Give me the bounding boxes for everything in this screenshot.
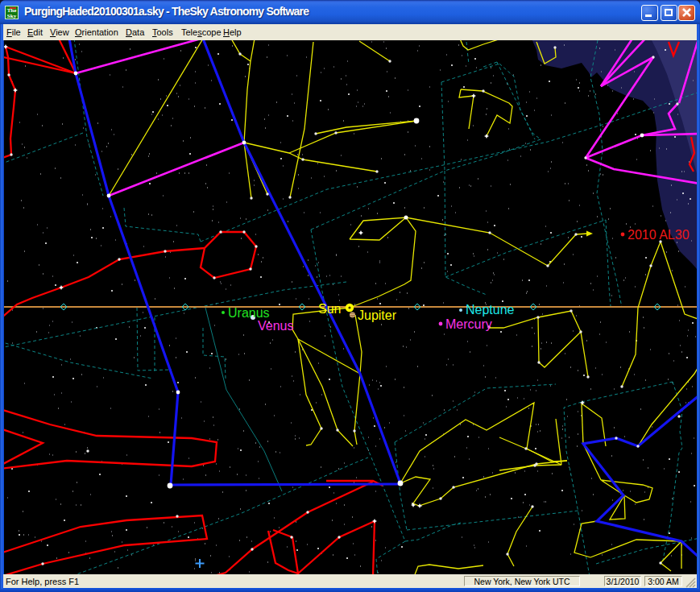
svg-text:Sun: Sun (318, 302, 341, 316)
svg-text:Mercury: Mercury (445, 317, 492, 331)
svg-text:2010 AL30: 2010 AL30 (628, 228, 690, 242)
svg-text:Jupiter: Jupiter (358, 308, 397, 322)
svg-text:Venus: Venus (258, 319, 293, 333)
svg-text:Uranus: Uranus (228, 306, 270, 320)
svg-text:Neptune: Neptune (466, 303, 515, 317)
